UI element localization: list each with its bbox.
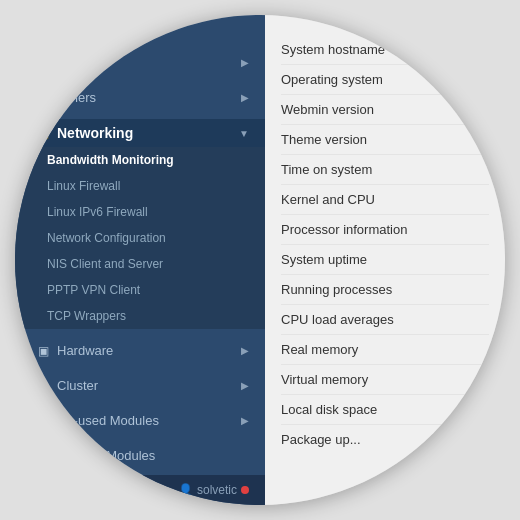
list-item: Processor information — [281, 215, 489, 245]
chevron-icon: ▶ — [241, 380, 249, 391]
others-icon: ⚙ — [35, 91, 51, 105]
sidebar: Servers ▶ ⚙ Others ▶ 🔒 Netw — [15, 15, 265, 505]
hardware-label: Hardware — [57, 343, 113, 358]
list-item: System uptime — [281, 245, 489, 275]
sidebar-item-networking[interactable]: 🔒 Networking ▼ — [15, 119, 265, 147]
sidebar-item-nis[interactable]: NIS Client and Server — [15, 251, 265, 277]
list-item: Virtual memory — [281, 365, 489, 395]
chevron-down-icon: ▼ — [239, 128, 249, 139]
tcp-label: TCP Wrappers — [47, 309, 126, 323]
sidebar-section-refresh: ↻ Refresh Modules — [15, 438, 265, 473]
sidebar-item-refresh[interactable]: ↻ Refresh Modules — [15, 442, 265, 469]
main-circle: Servers ▶ ⚙ Others ▶ 🔒 Netw — [15, 15, 505, 505]
list-item: Webmin version — [281, 95, 489, 125]
chevron-icon: ▶ — [241, 415, 249, 426]
list-item: Package up... — [281, 425, 489, 454]
sidebar-item-servers[interactable]: Servers ▶ — [15, 49, 265, 76]
list-item: Theme version — [281, 125, 489, 155]
sidebar-item-network-config[interactable]: Network Configuration — [15, 225, 265, 251]
network-config-label: Network Configuration — [47, 231, 166, 245]
sidebar-item-others[interactable]: ⚙ Others ▶ — [15, 84, 265, 111]
sidebar-section-servers: Servers ▶ — [15, 45, 265, 80]
unused-label: Un-used Modules — [57, 413, 159, 428]
sidebar-section-hardware: ▣ Hardware ▶ — [15, 333, 265, 368]
sidebar-section-unused: ✦ Un-used Modules ▶ — [15, 403, 265, 438]
cluster-label: Cluster — [57, 378, 98, 393]
nis-label: NIS Client and Server — [47, 257, 163, 271]
sidebar-item-cluster[interactable]: ⏻ Cluster ▶ — [15, 372, 265, 399]
networking-submenu: Bandwidth Monitoring Linux Firewall Linu… — [15, 147, 265, 329]
networking-icon: 🔒 — [35, 126, 51, 140]
star-icon[interactable]: ★ — [132, 483, 143, 497]
chevron-icon: ▶ — [241, 57, 249, 68]
sidebar-section-cluster: ⏻ Cluster ▶ — [15, 368, 265, 403]
list-item: CPU load averages — [281, 305, 489, 335]
sidebar-item-bandwidth[interactable]: Bandwidth Monitoring — [15, 147, 265, 173]
servers-label: Servers — [57, 55, 102, 70]
main-content: System hostname Operating system Webmin … — [265, 15, 505, 505]
sidebar-item-hardware[interactable]: ▣ Hardware ▶ — [15, 337, 265, 364]
layout: Servers ▶ ⚙ Others ▶ 🔒 Netw — [15, 15, 505, 505]
sidebar-item-pptp[interactable]: PPTP VPN Client — [15, 277, 265, 303]
sidebar-item-linux-firewall[interactable]: Linux Firewall — [15, 173, 265, 199]
system-info-list: System hostname Operating system Webmin … — [281, 35, 489, 454]
list-item: Operating system — [281, 65, 489, 95]
bandwidth-label: Bandwidth Monitoring — [47, 153, 174, 167]
list-item: Time on system — [281, 155, 489, 185]
refresh-label: Refresh Modules — [57, 448, 155, 463]
pptp-label: PPTP VPN Client — [47, 283, 140, 297]
list-item: Local disk space — [281, 395, 489, 425]
linux-ipv6-label: Linux IPv6 Firewall — [47, 205, 148, 219]
linux-firewall-label: Linux Firewall — [47, 179, 120, 193]
list-item: System hostname — [281, 35, 489, 65]
sidebar-item-tcp[interactable]: TCP Wrappers — [15, 303, 265, 329]
sidebar-section-others: ⚙ Others ▶ — [15, 80, 265, 115]
status-dot — [241, 486, 249, 494]
sidebar-menu: Servers ▶ ⚙ Others ▶ 🔒 Netw — [15, 15, 265, 475]
user-info: 👤 solvetic — [178, 483, 249, 497]
others-label: Others — [57, 90, 96, 105]
hardware-icon: ▣ — [35, 344, 51, 358]
sidebar-item-unused[interactable]: ✦ Un-used Modules ▶ — [15, 407, 265, 434]
sidebar-item-linux-ipv6[interactable]: Linux IPv6 Firewall — [15, 199, 265, 225]
chevron-icon: ▶ — [241, 345, 249, 356]
cluster-icon: ⏻ — [35, 379, 51, 393]
networking-label: Networking — [57, 125, 133, 141]
list-item-running-processes: Running processes — [281, 275, 489, 305]
list-item: Kernel and CPU — [281, 185, 489, 215]
sidebar-section-networking: 🔒 Networking ▼ Bandwidth Monitoring Linu… — [15, 115, 265, 333]
username-label: solvetic — [197, 483, 237, 497]
sidebar-footer: ★ ⚙ 👤 solvetic — [15, 475, 265, 505]
chevron-icon: ▶ — [241, 92, 249, 103]
unused-icon: ✦ — [35, 414, 51, 428]
list-item: Real memory — [281, 335, 489, 365]
settings-icon[interactable]: ⚙ — [155, 483, 166, 497]
user-icon: 👤 — [178, 483, 193, 497]
refresh-icon: ↻ — [35, 449, 51, 463]
